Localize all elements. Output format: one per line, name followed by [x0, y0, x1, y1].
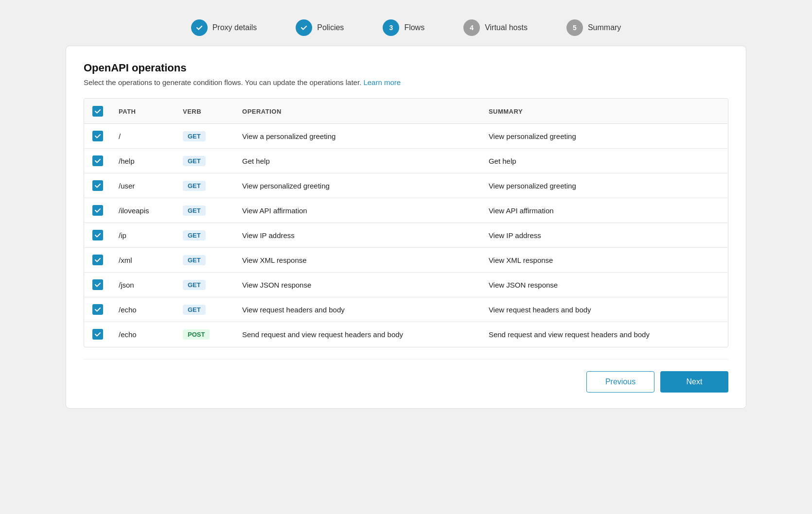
row-checkbox-8[interactable] [92, 329, 103, 340]
row-operation: Get help [234, 149, 481, 173]
row-path: / [111, 124, 175, 149]
row-summary: View XML response [481, 248, 728, 273]
table-row: /iloveapis GET View API affirmation View… [85, 198, 728, 223]
step-circle-virtual-hosts: 4 [463, 19, 480, 36]
row-operation: View IP address [234, 223, 481, 248]
row-summary: View personalized greeting [481, 124, 728, 149]
row-checkbox-cell [85, 149, 111, 173]
th-operation: OPERATION [234, 99, 481, 124]
th-path: PATH [111, 99, 175, 124]
row-checkbox-4[interactable] [92, 230, 103, 240]
next-button[interactable]: Next [660, 371, 728, 393]
row-checkbox-7[interactable] [92, 304, 103, 315]
row-checkbox-3[interactable] [92, 205, 103, 216]
verb-badge: GET [183, 131, 206, 141]
step-circle-summary: 5 [566, 19, 583, 36]
row-verb: GET [175, 198, 234, 223]
table-row: /json GET View JSON response View JSON r… [85, 273, 728, 297]
row-summary: View JSON response [481, 273, 728, 297]
step-label-proxy-details: Proxy details [212, 23, 257, 32]
table-row: /xml GET View XML response View XML resp… [85, 248, 728, 273]
th-checkbox [85, 99, 111, 124]
card-title: OpenAPI operations [84, 62, 728, 74]
row-verb: GET [175, 248, 234, 273]
table-body: / GET View a personalized greeting View … [85, 124, 728, 347]
stepper: Proxy details Policies 3 Flows 4 Virtual… [66, 10, 746, 46]
row-checkbox-cell [85, 297, 111, 322]
card-subtitle: Select the operations to generate condit… [84, 78, 728, 86]
row-operation: View API affirmation [234, 198, 481, 223]
row-path: /echo [111, 297, 175, 322]
step-summary[interactable]: 5 Summary [566, 19, 621, 36]
card-footer: Previous Next [84, 359, 728, 393]
main-card: OpenAPI operations Select the operations… [66, 46, 746, 409]
row-checkbox-cell [85, 173, 111, 198]
row-path: /json [111, 273, 175, 297]
verb-badge: GET [183, 181, 206, 191]
row-path: /echo [111, 322, 175, 347]
table-row: / GET View a personalized greeting View … [85, 124, 728, 149]
verb-badge: GET [183, 255, 206, 265]
table-row: /echo GET View request headers and body … [85, 297, 728, 322]
row-verb: GET [175, 173, 234, 198]
row-operation: Send request and view request headers an… [234, 322, 481, 347]
row-verb: GET [175, 297, 234, 322]
verb-badge: POST [183, 329, 210, 340]
verb-badge: GET [183, 156, 206, 166]
row-operation: View request headers and body [234, 297, 481, 322]
row-path: /ip [111, 223, 175, 248]
row-checkbox-cell [85, 322, 111, 347]
step-virtual-hosts[interactable]: 4 Virtual hosts [463, 19, 528, 36]
step-label-flows: Flows [404, 23, 424, 32]
verb-badge: GET [183, 206, 206, 216]
row-path: /help [111, 149, 175, 173]
row-summary: View API affirmation [481, 198, 728, 223]
verb-badge: GET [183, 230, 206, 240]
operations-table-wrapper: PATH VERB OPERATION SUMMARY / GET [84, 98, 728, 347]
step-policies[interactable]: Policies [296, 19, 344, 36]
row-checkbox-cell [85, 124, 111, 149]
table-header-row: PATH VERB OPERATION SUMMARY [85, 99, 728, 124]
row-operation: View JSON response [234, 273, 481, 297]
row-summary: View IP address [481, 223, 728, 248]
step-label-virtual-hosts: Virtual hosts [485, 23, 528, 32]
row-verb: GET [175, 273, 234, 297]
th-verb: VERB [175, 99, 234, 124]
row-checkbox-1[interactable] [92, 155, 103, 166]
row-path: /user [111, 173, 175, 198]
step-label-policies: Policies [317, 23, 344, 32]
step-flows[interactable]: 3 Flows [383, 19, 424, 36]
row-verb: GET [175, 149, 234, 173]
row-checkbox-cell [85, 223, 111, 248]
row-checkbox-2[interactable] [92, 180, 103, 191]
th-summary: SUMMARY [481, 99, 728, 124]
row-checkbox-6[interactable] [92, 279, 103, 290]
operations-table: PATH VERB OPERATION SUMMARY / GET [84, 99, 728, 347]
verb-badge: GET [183, 280, 206, 290]
row-checkbox-5[interactable] [92, 255, 103, 265]
previous-button[interactable]: Previous [586, 371, 654, 393]
table-row: /echo POST Send request and view request… [85, 322, 728, 347]
row-operation: View XML response [234, 248, 481, 273]
row-summary: Get help [481, 149, 728, 173]
step-circle-proxy-details [191, 19, 208, 36]
row-summary: Send request and view request headers an… [481, 322, 728, 347]
row-verb: GET [175, 124, 234, 149]
learn-more-link[interactable]: Learn more [363, 78, 401, 86]
row-path: /xml [111, 248, 175, 273]
row-checkbox-cell [85, 273, 111, 297]
card-subtitle-text: Select the operations to generate condit… [84, 78, 363, 86]
step-circle-policies [296, 19, 312, 36]
select-all-checkbox[interactable] [92, 106, 103, 117]
table-row: /ip GET View IP address View IP address [85, 223, 728, 248]
row-operation: View personalized greeting [234, 173, 481, 198]
step-circle-flows: 3 [383, 19, 399, 36]
verb-badge: GET [183, 305, 206, 315]
step-label-summary: Summary [588, 23, 621, 32]
row-checkbox-cell [85, 248, 111, 273]
row-checkbox-0[interactable] [92, 131, 103, 141]
row-operation: View a personalized greeting [234, 124, 481, 149]
table-row: /help GET Get help Get help [85, 149, 728, 173]
row-summary: View request headers and body [481, 297, 728, 322]
step-proxy-details[interactable]: Proxy details [191, 19, 257, 36]
